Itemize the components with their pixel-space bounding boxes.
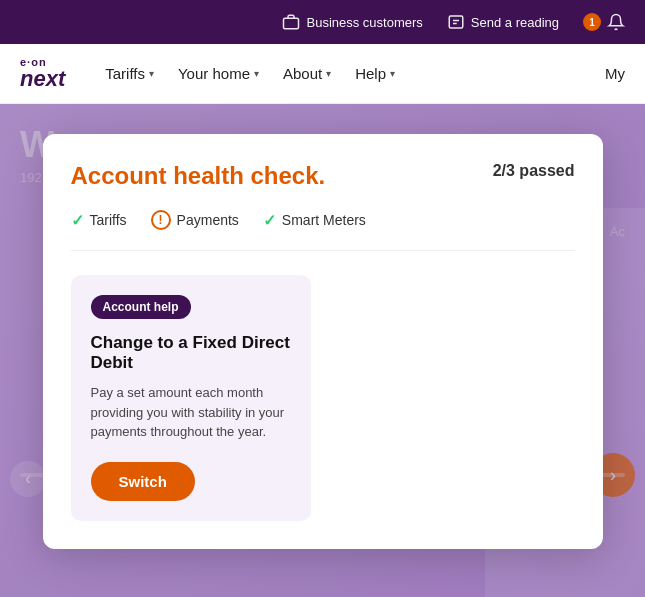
check-smart-meters-label: Smart Meters [282, 212, 366, 228]
modal-overlay: Account health check. 2/3 passed ✓ Tarif… [0, 104, 645, 597]
chevron-down-icon: ▾ [254, 68, 259, 79]
chevron-down-icon: ▾ [390, 68, 395, 79]
check-smart-meters: ✓ Smart Meters [263, 211, 366, 230]
business-customers-label: Business customers [306, 15, 422, 30]
svg-rect-1 [449, 16, 463, 28]
modal-title: Account health check. [71, 162, 326, 190]
check-payments: ! Payments [151, 210, 239, 230]
nav-my-account[interactable]: My [605, 65, 625, 82]
modal-header: Account health check. 2/3 passed [71, 162, 575, 190]
switch-button[interactable]: Switch [91, 462, 195, 501]
nav-item-about[interactable]: About ▾ [273, 57, 341, 90]
chevron-down-icon: ▾ [149, 68, 154, 79]
send-reading-label: Send a reading [471, 15, 559, 30]
health-check-modal: Account health check. 2/3 passed ✓ Tarif… [43, 134, 603, 549]
card-tag: Account help [91, 295, 191, 319]
check-payments-label: Payments [177, 212, 239, 228]
nav-tariffs-label: Tariffs [105, 65, 145, 82]
business-customers-link[interactable]: Business customers [282, 13, 422, 31]
meter-icon [447, 13, 465, 31]
modal-score: 2/3 passed [493, 162, 575, 180]
nav-bar: e·on next Tariffs ▾ Your home ▾ About ▾ … [0, 44, 645, 104]
check-tariffs-label: Tariffs [90, 212, 127, 228]
recommendation-card: Account help Change to a Fixed Direct De… [71, 275, 311, 521]
top-bar: Business customers Send a reading 1 [0, 0, 645, 44]
nav-item-your-home[interactable]: Your home ▾ [168, 57, 269, 90]
bell-icon [607, 13, 625, 31]
briefcase-icon [282, 13, 300, 31]
nav-your-home-label: Your home [178, 65, 250, 82]
chevron-down-icon: ▾ [326, 68, 331, 79]
logo[interactable]: e·on next [20, 57, 65, 90]
nav-item-help[interactable]: Help ▾ [345, 57, 405, 90]
nav-item-tariffs[interactable]: Tariffs ▾ [95, 57, 164, 90]
nav-about-label: About [283, 65, 322, 82]
notification-badge: 1 [583, 13, 601, 31]
nav-items: Tariffs ▾ Your home ▾ About ▾ Help ▾ [95, 57, 605, 90]
check-tariffs: ✓ Tariffs [71, 211, 127, 230]
card-title: Change to a Fixed Direct Debit [91, 333, 291, 373]
svg-rect-0 [284, 18, 299, 29]
nav-help-label: Help [355, 65, 386, 82]
check-pass-icon: ✓ [263, 211, 276, 230]
modal-checks: ✓ Tariffs ! Payments ✓ Smart Meters [71, 210, 575, 251]
check-pass-icon: ✓ [71, 211, 84, 230]
check-warn-icon: ! [151, 210, 171, 230]
card-description: Pay a set amount each month providing yo… [91, 383, 291, 442]
notifications[interactable]: 1 [583, 13, 625, 31]
send-reading-link[interactable]: Send a reading [447, 13, 559, 31]
logo-next: next [20, 68, 65, 90]
